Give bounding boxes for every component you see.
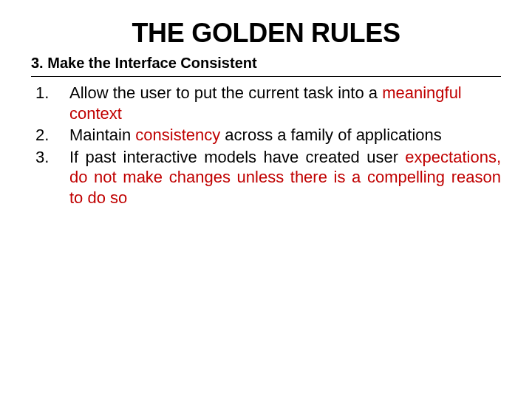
item-text: Allow the user to put the current task i… xyxy=(69,83,382,102)
item-text: across a family of applications xyxy=(220,126,442,144)
rule-list: Allow the user to put the current task i… xyxy=(31,83,501,208)
item-text: Maintain xyxy=(69,126,135,144)
list-item: Allow the user to put the current task i… xyxy=(31,83,501,123)
page-title: THE GOLDEN RULES xyxy=(31,18,501,49)
item-text: If past interactive models have created … xyxy=(69,148,405,166)
list-item: Maintain consistency across a family of … xyxy=(31,125,501,146)
list-item: If past interactive models have created … xyxy=(31,147,501,208)
item-highlight: consistency xyxy=(135,126,220,144)
section-subtitle: 3. Make the Interface Consistent xyxy=(31,55,501,72)
divider xyxy=(31,76,501,77)
